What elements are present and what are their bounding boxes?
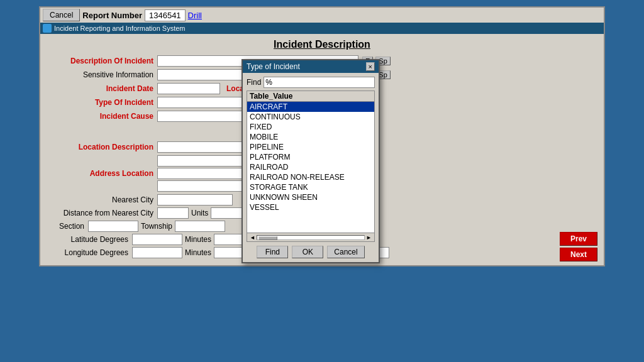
scroll-thumb[interactable] bbox=[258, 236, 277, 240]
list-item[interactable]: RAILROAD bbox=[247, 162, 374, 172]
list-item[interactable]: FIXED bbox=[247, 122, 374, 132]
scroll-track[interactable] bbox=[257, 235, 365, 240]
app-icon bbox=[43, 24, 52, 33]
modal-close-button[interactable]: × bbox=[366, 62, 375, 71]
modal-buttons: Find OK Cancel bbox=[247, 246, 375, 258]
cancel-modal-button[interactable]: Cancel bbox=[327, 246, 364, 258]
modal-list-header: Table_Value bbox=[247, 90, 375, 101]
list-item[interactable]: UNKNOWN SHEEN bbox=[247, 192, 374, 202]
list-item[interactable]: CONTINUOUS bbox=[247, 112, 374, 122]
scroll-left-icon[interactable]: ◄ bbox=[248, 234, 257, 241]
toolbar: Cancel Report Number 1346541 Drill bbox=[40, 8, 604, 23]
find-input[interactable] bbox=[264, 77, 375, 88]
cancel-button[interactable]: Cancel bbox=[43, 9, 80, 21]
list-item[interactable]: AIRCRAFT bbox=[247, 102, 374, 112]
app-title-text: Incident Reporting and Information Syste… bbox=[54, 25, 186, 32]
find-button[interactable]: Find bbox=[257, 246, 288, 258]
app-titlebar: Incident Reporting and Information Syste… bbox=[40, 23, 604, 34]
modal-find-row: Find bbox=[247, 77, 375, 88]
main-window: Cancel Report Number 1346541 Drill Incid… bbox=[39, 6, 605, 266]
modal-body: Find Table_Value AIRCRAFT CONTINUOUS FIX… bbox=[243, 73, 379, 262]
modal-overlay: Type of Incident × Find Table_Value AIRC… bbox=[40, 34, 604, 265]
report-number-value: 1346541 bbox=[145, 9, 186, 21]
modal-title: Type of Incident bbox=[247, 62, 300, 71]
list-item[interactable]: PLATFORM bbox=[247, 152, 374, 162]
nav-buttons: Prev Next bbox=[560, 232, 597, 261]
main-content: Incident Description Description Of Inci… bbox=[40, 34, 604, 265]
find-label: Find bbox=[247, 78, 261, 87]
next-button[interactable]: Next bbox=[560, 248, 597, 261]
scroll-right-icon[interactable]: ► bbox=[365, 234, 373, 241]
list-item[interactable]: STORAGE TANK bbox=[247, 182, 374, 192]
list-item[interactable]: MOBILE bbox=[247, 132, 374, 142]
type-of-incident-modal: Type of Incident × Find Table_Value AIRC… bbox=[242, 59, 380, 263]
modal-scrollbar[interactable]: ◄ ► bbox=[247, 233, 375, 242]
prev-button[interactable]: Prev bbox=[560, 232, 597, 246]
list-item[interactable]: VESSEL bbox=[247, 202, 374, 212]
list-item[interactable]: PIPELINE bbox=[247, 142, 374, 152]
ok-button[interactable]: OK bbox=[292, 246, 323, 258]
modal-titlebar: Type of Incident × bbox=[243, 60, 379, 73]
drill-link[interactable]: Drill bbox=[188, 11, 202, 20]
list-item[interactable]: RAILROAD NON-RELEASE bbox=[247, 172, 374, 182]
modal-list[interactable]: AIRCRAFT CONTINUOUS FIXED MOBILE PIPELIN… bbox=[247, 101, 375, 233]
report-number-label: Report Number bbox=[82, 11, 142, 20]
